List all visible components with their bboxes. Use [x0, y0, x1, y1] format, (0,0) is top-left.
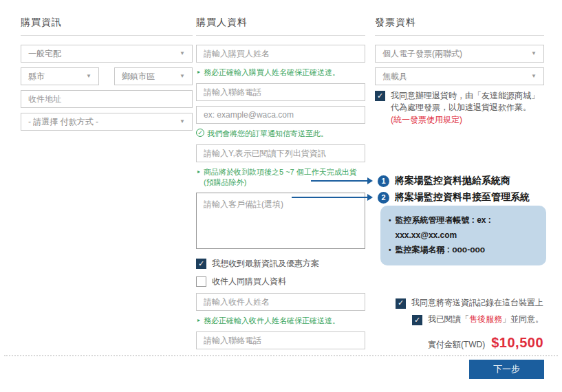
annotation-1-text: 將案場監控資料拋給系統商 [395, 175, 510, 187]
same-as-buyer-checkbox[interactable] [196, 276, 206, 287]
same-as-buyer-label: 收件人同購買人資料 [212, 276, 286, 287]
annotation-arrow-2 [292, 197, 368, 198]
terms-label: 我已閱讀「售後服務」並同意。 [428, 314, 543, 325]
checkout-page: 購買資訊 一般宅配 ▼ 縣市 ▼ 鄉鎮市區 ▼ - 請選擇 付款方式 - ▼ 購… [0, 0, 562, 392]
carrier-select[interactable]: 無載具 ▼ [375, 67, 544, 85]
invoice-type-value: 個人電子發票(兩聯式) [382, 48, 462, 60]
shipping-method-select[interactable]: 一般宅配 ▼ [21, 45, 193, 63]
monitoring-site-line: • 監控案場名稱 : ooo-ooo [389, 243, 538, 258]
invoice-rules-link[interactable]: (統一發票使用規定) [391, 115, 462, 124]
bullet-icon: • [389, 215, 391, 243]
newsletter-checkbox[interactable]: ✓ [196, 259, 206, 269]
after-sales-service-link[interactable]: 售後服務 [469, 314, 502, 324]
annotation-2-text: 將案場監控資料串接至管理系統 [395, 191, 530, 204]
invoice-type-select[interactable]: 個人電子發票(兩聯式) ▼ [375, 45, 544, 63]
next-step-button[interactable]: 下一步 [469, 360, 544, 379]
annotation-arrow-1 [311, 180, 368, 182]
chevron-down-icon: ▼ [531, 74, 537, 79]
shipping-method-value: 一般宅配 [28, 48, 61, 60]
buyer-info-section: 購買人資料 ▸ 務必正確輸入購買人姓名確保正確送達。 ✓ 我們會將您的訂單通知信… [196, 17, 365, 354]
newsletter-label: 我想收到最新資訊及優惠方案 [212, 258, 319, 270]
county-value: 縣市 [28, 71, 45, 83]
agree-return-checkrow: ✓ 我同意辦理退貨時，由「友達能源商城」代為處理發票，以加速退貨退款作業。 (統… [375, 90, 544, 126]
district-value: 鄉鎮市區 [122, 71, 155, 83]
number-2-badge-icon: 2 [378, 192, 389, 204]
shipping-time-hint: ▸ 商品將於收到款項後之5 ~7 個工作天完成出貨(預購品除外) [196, 167, 365, 188]
purchase-info-section: 購買資訊 一般宅配 ▼ 縣市 ▼ 鄉鎮市區 ▼ - 請選擇 付款方式 - ▼ [21, 17, 193, 135]
buyer-email-input[interactable] [196, 106, 365, 124]
buyer-phone-input[interactable] [196, 83, 365, 101]
chevron-down-icon: ▼ [86, 74, 91, 79]
hint-marker-icon: ▸ [197, 168, 200, 188]
recipient-name-input[interactable] [196, 293, 365, 311]
hint-marker-icon: ▸ [197, 317, 200, 326]
terms-checkbox[interactable]: ✓ [412, 315, 422, 325]
monitoring-account-line: • 監控系統管理者帳號 : ex : xxx.xx@xx.com [389, 213, 538, 243]
circle-check-icon: ✓ [196, 129, 204, 137]
county-select[interactable]: 縣市 ▼ [21, 67, 99, 85]
device-record-label: 我同意將寄送資訊記錄在這台裝置上 [411, 297, 543, 309]
region-row: 縣市 ▼ 鄉鎮市區 ▼ [21, 67, 193, 90]
district-select[interactable]: 鄉鎮市區 ▼ [114, 67, 193, 85]
footer-divider [4, 355, 558, 356]
device-record-checkrow: ✓ 我同意將寄送資訊記錄在這台裝置上 [396, 297, 543, 309]
read-confirm-input[interactable] [196, 144, 365, 162]
buyer-name-hint: ▸ 務必正確輸入購買人姓名確保正確送達。 [196, 67, 365, 78]
payment-method-value: - 請選擇 付款方式 - [28, 116, 98, 128]
payment-method-select[interactable]: - 請選擇 付款方式 - ▼ [21, 113, 193, 131]
buyer-info-title: 購買人資料 [196, 17, 365, 36]
chevron-down-icon: ▼ [180, 119, 185, 124]
agree-return-checkbox[interactable]: ✓ [375, 91, 385, 101]
hint-marker-icon: ▸ [197, 69, 200, 78]
total-amount-value: $10,500 [491, 335, 543, 351]
recipient-name-hint: ▸ 務必正確輸入收件人姓名確保正確送達。 [196, 316, 365, 326]
email-hint: ✓ 我們會將您的訂單通知信寄送至此。 [196, 129, 365, 139]
annotation-item-2: 2 將案場監控資料串接至管理系統 [378, 191, 530, 204]
invoice-info-title: 發票資料 [375, 17, 544, 36]
address-input[interactable] [21, 90, 193, 108]
chevron-down-icon: ▼ [180, 74, 185, 79]
total-amount-label: 實付金額(TWD) [428, 339, 485, 351]
newsletter-checkrow: ✓ 我想收到最新資訊及優惠方案 [196, 258, 365, 270]
annotation-item-1: 1 將案場監控資料拋給系統商 [378, 175, 510, 187]
agree-return-label: 我同意辦理退貨時，由「友達能源商城」代為處理發票，以加速退貨退款作業。 (統一發… [391, 90, 544, 126]
same-as-buyer-checkrow: 收件人同購買人資料 [196, 276, 365, 287]
buyer-name-input[interactable] [196, 45, 365, 63]
monitoring-info-box: • 監控系統管理者帳號 : ex : xxx.xx@xx.com • 監控案場名… [380, 206, 546, 265]
chevron-down-icon: ▼ [180, 51, 185, 56]
recipient-phone-input[interactable] [196, 331, 365, 349]
customer-note-textarea[interactable] [196, 193, 365, 249]
footer-agreements: ✓ 我同意將寄送資訊記錄在這台裝置上 ✓ 我已閱讀「售後服務」並同意。 [396, 297, 543, 326]
invoice-info-section: 發票資料 個人電子發票(兩聯式) ▼ 無載具 ▼ ✓ 我同意辦理退貨時，由「友達… [375, 17, 544, 131]
total-amount-row: 實付金額(TWD) $10,500 [428, 335, 543, 351]
carrier-value: 無載具 [382, 71, 407, 83]
purchase-info-title: 購買資訊 [21, 17, 193, 36]
device-record-checkbox[interactable]: ✓ [396, 298, 406, 309]
chevron-down-icon: ▼ [531, 51, 537, 56]
bullet-icon: • [389, 244, 391, 258]
number-1-badge-icon: 1 [378, 175, 389, 187]
terms-checkrow: ✓ 我已閱讀「售後服務」並同意。 [412, 314, 543, 325]
